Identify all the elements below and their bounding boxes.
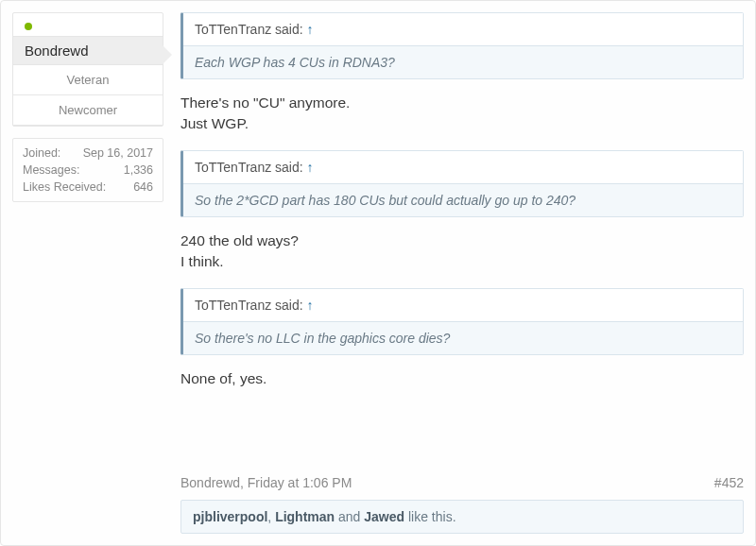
quote-author: ToTTenTranz said: [195, 22, 303, 37]
stat-label: Messages: [23, 163, 79, 177]
stat-label: Likes Received: [23, 180, 106, 194]
sep: , [267, 509, 275, 524]
reply-text: 240 the old ways? I think. [180, 230, 744, 273]
user-stats: Joined: Sep 16, 2017 Messages: 1,336 Lik… [12, 138, 163, 202]
quote-jump-link[interactable]: ↑ [307, 298, 314, 313]
post-number[interactable]: #452 [714, 475, 744, 490]
sep: and [335, 509, 364, 524]
reply-text: There's no "CU" anymore. Just WGP. [180, 93, 744, 135]
stat-value: Sep 16, 2017 [83, 146, 153, 160]
likes-tail: like this. [404, 509, 455, 524]
user-info-box: Bondrewd Veteran Newcomer [12, 12, 163, 127]
quote-jump-link[interactable]: ↑ [307, 22, 314, 37]
user-column: Bondrewd Veteran Newcomer Joined: Sep 16… [12, 12, 163, 534]
quote-author: ToTTenTranz said: [195, 298, 303, 313]
post-meta: Bondrewd, Friday at 1:06 PM #452 [180, 469, 744, 490]
user-rank-primary: Veteran [13, 65, 163, 95]
forum-post: Bondrewd Veteran Newcomer Joined: Sep 16… [0, 0, 756, 546]
quote-block: ToTTenTranz said: ↑ Each WGP has 4 CUs i… [180, 12, 744, 79]
quote-author: ToTTenTranz said: [195, 160, 303, 175]
post-content: ToTTenTranz said: ↑ Each WGP has 4 CUs i… [180, 12, 744, 534]
liker-name[interactable]: Lightman [275, 509, 335, 524]
stat-joined: Joined: Sep 16, 2017 [23, 145, 153, 162]
quote-attribution: ToTTenTranz said: ↑ [183, 13, 743, 46]
quote-jump-link[interactable]: ↑ [307, 160, 314, 175]
quote-block: ToTTenTranz said: ↑ So there's no LLC in… [180, 288, 744, 355]
stat-value: 646 [133, 180, 153, 194]
speech-arrow-icon [163, 45, 172, 64]
liker-name[interactable]: pjbliverpool [193, 509, 267, 524]
reply-text: None of, yes. [180, 368, 744, 389]
quote-attribution: ToTTenTranz said: ↑ [183, 151, 743, 184]
likes-summary: pjbliverpool, Lightman and Jawed like th… [180, 500, 744, 534]
quote-attribution: ToTTenTranz said: ↑ [183, 289, 743, 322]
user-rank-secondary: Newcomer [13, 95, 163, 126]
post-author-timestamp[interactable]: Bondrewd, Friday at 1:06 PM [180, 475, 352, 490]
quote-text: So the 2*GCD part has 180 CUs but could … [183, 184, 743, 216]
online-indicator-icon [25, 23, 32, 30]
stat-messages: Messages: 1,336 [23, 162, 153, 179]
username[interactable]: Bondrewd [13, 36, 163, 65]
stat-label: Joined: [23, 146, 60, 160]
quote-block: ToTTenTranz said: ↑ So the 2*GCD part ha… [180, 150, 744, 217]
stat-value: 1,336 [124, 163, 153, 177]
quote-text: Each WGP has 4 CUs in RDNA3? [183, 46, 743, 78]
stat-likes: Likes Received: 646 [23, 179, 153, 196]
quote-text: So there's no LLC in the gaphics core di… [183, 322, 743, 354]
liker-name[interactable]: Jawed [364, 509, 404, 524]
